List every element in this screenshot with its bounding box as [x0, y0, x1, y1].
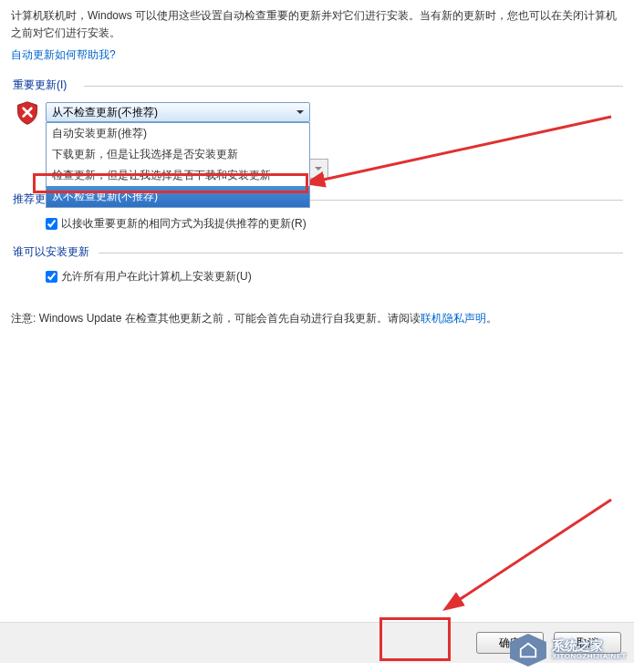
dropdown-option-selected[interactable]: 从不检查更新(不推荐) [47, 186, 309, 207]
note-prefix: 注意: Windows Update 在检查其他更新之前，可能会首先自动进行自我… [11, 312, 421, 325]
intro-text: 计算机联机时，Windows 可以使用这些设置自动检查重要的更新并对它们进行安装… [11, 7, 623, 42]
help-link[interactable]: 自动更新如何帮助我? [11, 47, 116, 63]
watermark-sub: XITONGZHIJIA.NET [552, 653, 627, 661]
note-suffix: 。 [486, 312, 497, 325]
dropdown-option[interactable]: 自动安装更新(推荐) [47, 123, 309, 144]
dropdown-option[interactable]: 下载更新，但是让我选择是否安装更新 [47, 144, 309, 165]
dropdown-list: 自动安装更新(推荐) 下载更新，但是让我选择是否安装更新 检查更新，但是让我选择… [46, 122, 310, 208]
shield-icon [15, 100, 40, 126]
note-text: 注意: Windows Update 在检查其他更新之前，可能会首先自动进行自我… [11, 310, 623, 327]
allow-all-users-checkbox[interactable] [46, 271, 57, 283]
watermark-logo-icon [510, 634, 546, 667]
svg-line-1 [456, 500, 611, 602]
section-header-important: 重要更新(I) [11, 78, 623, 93]
watermark-title: 系统之家 [552, 639, 627, 653]
recommended-updates-checkbox[interactable] [46, 218, 57, 230]
section-header-who: 谁可以安装更新 [11, 244, 623, 260]
recommended-updates-label: 以接收重要更新的相同方式为我提供推荐的更新(R) [61, 216, 307, 232]
dropdown-option[interactable]: 检查更新，但是让我选择是否下载和安装更新 [47, 165, 309, 186]
watermark: 系统之家 XITONGZHIJIA.NET [510, 634, 627, 667]
allow-all-users-label: 允许所有用户在此计算机上安装更新(U) [61, 269, 252, 284]
annotation-arrow-bottom [438, 492, 620, 620]
important-updates-dropdown[interactable]: 从不检查更新(不推荐) [46, 102, 310, 122]
dropdown-selected-label: 从不检查更新(不推荐) [52, 106, 158, 119]
privacy-link[interactable]: 联机隐私声明 [421, 312, 486, 325]
